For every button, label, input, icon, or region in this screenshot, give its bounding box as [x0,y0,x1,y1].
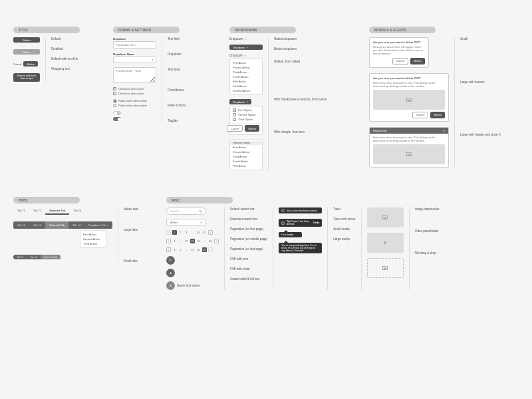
page-prev[interactable]: ‹ [166,239,171,243]
checkbox[interactable] [233,113,236,116]
tab-dropdown[interactable]: Dropdown Tab▾ [84,221,112,229]
modal-title: Are you sure you want to delete XYZ? [373,41,425,44]
chevron-down-icon: ▾ [152,59,154,61]
dd-item[interactable]: First Action [80,232,106,237]
file-dropzone[interactable] [367,258,404,278]
fab-icon[interactable]: 🔍 [166,256,175,265]
disabled-button: Button [13,49,40,55]
textarea[interactable] [113,67,156,83]
default-button-2[interactable]: Button [23,61,38,66]
radio[interactable] [113,104,116,107]
page[interactable]: 1 [172,230,177,235]
tab[interactable]: Tab #4 [69,207,85,215]
cancel-link[interactable]: Cancel [13,63,21,66]
page[interactable]: 45 [208,239,213,243]
dd-item[interactable]: Fifth Action [230,164,262,168]
page[interactable]: 1 [172,247,177,252]
dd-item[interactable]: Third Action [230,70,262,74]
tab-selected[interactable]: Selected Tab [45,221,68,229]
image-icon [382,215,388,219]
label: Large with buttons [460,80,501,84]
label: File drag & drop [415,251,440,255]
page[interactable]: 23 [190,239,195,243]
dd-item[interactable]: First Action [230,61,262,65]
tab[interactable]: Tab #2 [29,207,45,215]
tab[interactable]: Tab #1 [13,221,29,229]
checkbox-label: Checkbox description [118,92,144,95]
page[interactable]: 45 [202,247,207,252]
page[interactable]: 24 [196,239,201,243]
close-icon[interactable]: ✕ [200,221,202,224]
confirm-button[interactable]: Button [430,112,445,118]
dd-item[interactable]: Second Action [230,150,262,154]
dd-item[interactable]: Fourth Action [230,74,262,79]
label: Default [51,37,78,41]
dd-item[interactable]: First Action [230,145,262,150]
radio-label: Radio button description [118,99,147,102]
page-prev[interactable]: ‹ [166,247,171,252]
undo-link[interactable]: Undo [313,221,319,224]
dd-item[interactable]: Second Action [80,237,106,241]
page[interactable]: 44 [196,230,201,235]
naked-tabs: Tab #1 Tab #2 Selected Tab Tab #4 [13,207,112,215]
checkbox[interactable] [233,108,236,112]
dd-item[interactable]: Fifth Action [230,79,262,84]
cancel-button[interactable]: Cancel [227,125,243,132]
search-input-executed[interactable]: A filter✕ [166,219,206,226]
tooltip-large: You're using tooltip-lg here. It's so fu… [279,243,322,253]
page[interactable]: 3 [184,230,189,235]
tab[interactable]: Tab #2 [29,221,45,229]
tab-selected[interactable]: Selected Tab [41,255,61,259]
text-input[interactable] [113,41,156,49]
checkbox[interactable] [113,87,116,90]
fab-initial[interactable]: A [166,269,175,277]
confirm-button[interactable]: Button [410,58,425,65]
dd-item[interactable]: First Option [238,108,252,112]
page-next[interactable]: › [214,239,219,243]
page[interactable]: 2 [178,247,183,252]
dd-item[interactable]: Second Option [238,113,255,116]
default-button[interactable]: Button [13,37,40,43]
pagination-last: ‹ 1 2 … 43 44 45 › [166,247,219,252]
search-input[interactable]: Search🔍 [166,207,206,215]
tab[interactable]: Tab #1 [13,207,29,215]
page[interactable]: 1 [172,239,177,243]
dd-item[interactable]: Seventh Action [230,88,262,93]
tab-selected[interactable]: Selected Tab [45,207,69,215]
page[interactable]: 22 [184,239,189,243]
toggle-off[interactable] [113,111,121,115]
page[interactable]: 44 [196,247,201,252]
label: Checkboxes [168,88,186,92]
confirm-button[interactable]: Button [245,125,259,132]
close-icon[interactable]: ✕ [443,129,445,132]
toggle-on[interactable] [113,117,121,121]
dd-item[interactable]: Fourth Action [230,159,262,164]
radio[interactable] [113,99,116,102]
dropdown-select[interactable]: ▾ [113,57,156,63]
dropdown-button[interactable]: Dropdown▾ [229,45,263,50]
dropdown-button-2[interactable]: Dropdown▾ [229,99,251,104]
label: Toggles [168,119,186,122]
wrap-button[interactable]: Button with text that wraps [13,73,40,82]
label: Large tooltip [333,237,355,241]
tab[interactable]: Tab #4 [68,221,84,229]
page[interactable]: 43 [190,247,195,252]
dd-item[interactable]: Sixth Action [230,84,262,88]
checkbox[interactable] [233,118,236,121]
dd-item[interactable]: Second Action [230,65,262,70]
tab[interactable]: Tab #2 [27,255,41,259]
tab[interactable]: Tab #1 [13,255,27,259]
dd-item[interactable]: Third Action [230,154,262,159]
naked-dd-open[interactable]: Dropdown [229,54,243,57]
checkbox[interactable] [113,92,116,95]
dd-item[interactable]: Third Option [238,118,253,121]
page[interactable]: 45 [202,230,207,235]
cancel-button[interactable]: Cancel [392,58,408,65]
label: Toast [333,207,355,211]
cancel-button[interactable]: Cancel [412,112,428,118]
dd-item[interactable]: Third Action [80,241,106,246]
page[interactable]: 2 [178,230,183,235]
page-next[interactable]: › [208,230,213,235]
radio-label: Radio button description [118,104,147,107]
naked-dd[interactable]: Dropdown [229,37,243,41]
